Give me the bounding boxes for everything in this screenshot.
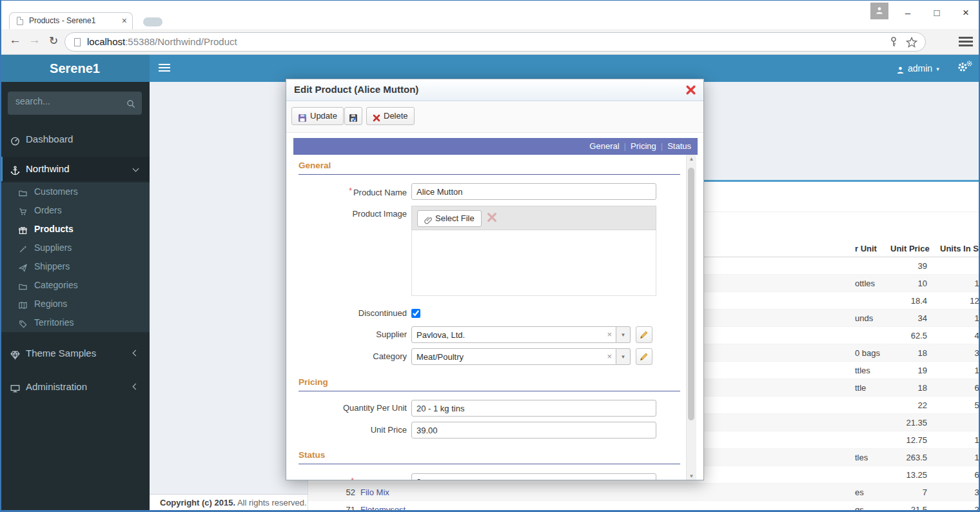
dialog-scrollbar[interactable]: ▲ ▼	[686, 155, 696, 480]
forward-icon[interactable]: →	[28, 33, 41, 47]
back-icon[interactable]: ←	[9, 33, 21, 47]
bookmark-star-icon[interactable]	[906, 37, 917, 48]
quantity-per-unit-field[interactable]	[411, 400, 656, 417]
unit-price-field[interactable]	[411, 422, 656, 438]
dialog-close-icon[interactable]	[685, 84, 697, 96]
window-border	[0, 0, 1, 512]
refresh-icon[interactable]: ↻	[49, 34, 58, 48]
sidebar-item-label: Administration	[26, 381, 87, 392]
sidebar-nav: DashboardNorthwindCustomersOrdersProduct…	[0, 124, 150, 399]
column-header-unit-price[interactable]: Unit Price	[890, 241, 930, 257]
cell-units-in-stock: 13	[934, 275, 980, 292]
sidebar-item-customers[interactable]: Customers	[0, 182, 150, 201]
address-bar[interactable]: localhost:55388/Northwind/Product	[64, 32, 926, 52]
brand-logo[interactable]: Serene1	[0, 55, 150, 82]
product-image-row: Product Image Select File	[286, 206, 686, 297]
tab-close-icon[interactable]: ×	[122, 15, 127, 26]
category-label: Category	[286, 351, 407, 361]
sidebar-item-orders[interactable]: Orders	[0, 201, 150, 220]
browser-toolbar: ← → ↻ localhost:55388/Northwind/Product	[0, 29, 980, 55]
edit-category-button[interactable]	[636, 348, 652, 365]
dialog-titlebar[interactable]: Edit Product (Alice Mutton)	[286, 79, 703, 101]
discontinued-checkbox[interactable]	[411, 309, 420, 318]
clear-icon[interactable]: ×	[607, 330, 612, 340]
cell-unit-price: 10	[876, 275, 927, 292]
page-icon	[74, 38, 81, 46]
gift-icon	[19, 221, 34, 239]
cell-unit-price: 18	[876, 344, 927, 362]
scroll-down-icon[interactable]: ▼	[687, 472, 696, 480]
units-in-stock-field[interactable]	[411, 473, 656, 480]
chevron-down-icon	[133, 166, 138, 171]
sidebar-item-shippers[interactable]: Shippers	[0, 257, 150, 276]
new-tab-button[interactable]	[143, 17, 162, 26]
clear-icon[interactable]: ×	[607, 351, 612, 362]
supplier-combobox[interactable]: ×	[411, 326, 616, 343]
sidebar-item-suppliers[interactable]: Suppliers	[0, 239, 150, 257]
unit-price-label: Unit Price	[286, 425, 407, 435]
cell-units-in-stock: 0	[934, 414, 980, 431]
cell-unit-price: 7	[876, 484, 927, 501]
scroll-up-icon[interactable]: ▲	[687, 155, 696, 164]
browser-profile-button[interactable]	[870, 3, 888, 19]
column-header-quantity-per-unit[interactable]: r Unit	[855, 241, 877, 257]
column-header-units-in-stock[interactable]: Units In S...	[940, 241, 980, 257]
cell-quantity-partial: ttle	[855, 379, 866, 397]
cell-quantity-partial: ttles	[855, 362, 870, 379]
window-close-button[interactable]: ×	[956, 5, 975, 21]
sidebar-search-input[interactable]	[15, 96, 119, 106]
sidebar-item-regions[interactable]: Regions	[0, 295, 150, 313]
dialog-toolbar: Update Delete	[286, 102, 703, 133]
sidebar-item-territories[interactable]: Territories	[0, 313, 150, 332]
app-navbar: Serene1 admin▾	[0, 55, 980, 82]
sidebar-item-theme-samples[interactable]: Theme Samples	[0, 341, 150, 366]
cell-unit-price: 18	[876, 379, 927, 397]
category-input[interactable]	[412, 349, 600, 364]
edit-product-dialog: Edit Product (Alice Mutton) Update Delet…	[286, 79, 704, 480]
settings-gears-icon[interactable]	[957, 61, 974, 75]
tab-pricing[interactable]: Pricing	[631, 141, 656, 151]
sidebar-search[interactable]	[8, 92, 142, 115]
cell-units-in-stock: 53	[934, 397, 980, 414]
cell-quantity-partial: ottles	[855, 275, 875, 292]
sidebar-item-label: Northwind	[26, 163, 70, 174]
select-file-button[interactable]: Select File	[417, 210, 482, 227]
update-button[interactable]: Update	[291, 107, 344, 125]
sidebar-item-products[interactable]: Products	[0, 220, 150, 239]
image-drop-area[interactable]	[411, 230, 656, 296]
window-maximize-button[interactable]: □	[927, 5, 946, 21]
product-name-field[interactable]	[411, 183, 656, 200]
chevron-left-icon	[133, 384, 138, 389]
supplier-input[interactable]	[412, 327, 600, 342]
section-title-status: Status	[299, 450, 325, 460]
sidebar-item-northwind[interactable]: Northwind	[0, 157, 150, 181]
product-image-label: Product Image	[286, 209, 407, 219]
cell-unit-price: 22	[876, 397, 927, 414]
remove-image-icon[interactable]	[487, 212, 501, 226]
cell-quantity-partial: tles	[855, 449, 868, 466]
sidebar-item-dashboard[interactable]: Dashboard	[0, 127, 150, 152]
key-icon[interactable]	[889, 37, 898, 48]
category-combobox[interactable]: ×	[411, 348, 616, 365]
sidebar-item-categories[interactable]: Categories	[0, 276, 150, 295]
person-icon	[875, 6, 884, 15]
window-minimize-button[interactable]: –	[898, 5, 917, 21]
sidebar-toggle-icon[interactable]	[159, 64, 170, 74]
delete-button[interactable]: Delete	[366, 107, 415, 125]
edit-supplier-button[interactable]	[636, 326, 652, 343]
dropdown-caret-icon[interactable]: ▼	[616, 348, 631, 365]
scroll-thumb[interactable]	[688, 168, 694, 420]
sidebar-item-label: Regions	[34, 299, 67, 309]
user-menu[interactable]: admin▾	[896, 55, 939, 82]
tab-general[interactable]: General	[589, 141, 619, 151]
supplier-label: Supplier	[286, 330, 407, 339]
product-name-link[interactable]: Filo Mix	[360, 484, 590, 501]
search-icon[interactable]	[126, 97, 135, 109]
dropdown-caret-icon[interactable]: ▼	[616, 326, 631, 343]
cell-unit-price: 34	[876, 310, 927, 327]
apply-changes-button[interactable]	[344, 107, 362, 125]
browser-tab[interactable]: Products - Serene1 ×	[9, 12, 133, 29]
sidebar-item-administration[interactable]: Administration	[0, 375, 150, 399]
tab-status[interactable]: Status	[667, 141, 691, 151]
browser-menu-icon[interactable]	[959, 37, 973, 48]
